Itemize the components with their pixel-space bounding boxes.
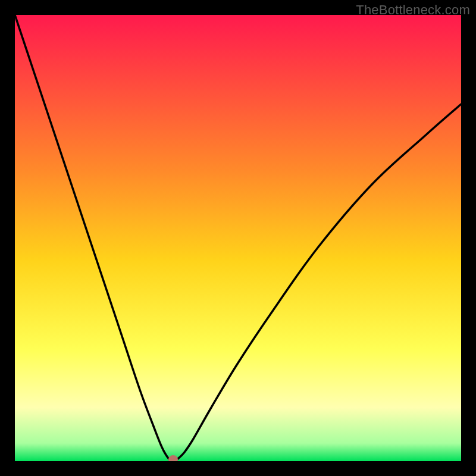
min-marker-icon xyxy=(168,455,178,461)
watermark-text: TheBottleneck.com xyxy=(356,2,470,18)
bottleneck-curve xyxy=(15,15,461,461)
plot-area xyxy=(15,15,461,461)
plot-frame xyxy=(15,15,461,461)
chart-container: TheBottleneck.com xyxy=(0,0,476,476)
curve-layer xyxy=(15,15,461,461)
